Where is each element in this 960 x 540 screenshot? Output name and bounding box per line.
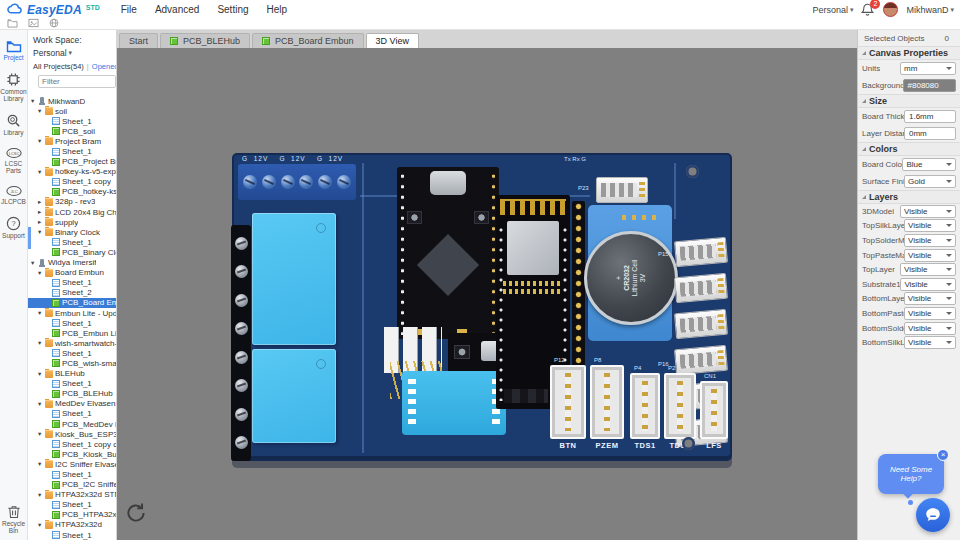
tree-expand-arrow-icon[interactable]: ▸ bbox=[38, 197, 45, 207]
tree-item[interactable]: Sheet_1 bbox=[28, 469, 116, 479]
tree-item[interactable]: ▾ HTPA32x32d bbox=[28, 520, 116, 530]
tree-expand-arrow-icon[interactable]: ▾ bbox=[38, 308, 45, 318]
tree-item[interactable]: Sheet_2 bbox=[28, 288, 116, 298]
layer-visibility-select[interactable]: Visible bbox=[900, 205, 956, 218]
user-menu[interactable]: MikhwanD▾ bbox=[906, 5, 954, 15]
tree-item[interactable]: ▸ LCD 20x4 Big Characte bbox=[28, 207, 116, 217]
tree-expand-arrow-icon[interactable]: ▾ bbox=[38, 338, 45, 348]
tree-item[interactable]: ▾ MedDev Elvasense LA - bbox=[28, 399, 116, 409]
sidebar-item-support[interactable]: ? Support bbox=[0, 216, 28, 239]
tree-item[interactable]: ▾ soil bbox=[28, 106, 116, 116]
tree-expand-arrow-icon[interactable]: ▾ bbox=[38, 167, 45, 177]
image-icon[interactable] bbox=[28, 14, 39, 32]
tree-item[interactable]: PCB_wish-smartwatch bbox=[28, 358, 116, 368]
layer-visibility-select[interactable]: Visible bbox=[904, 292, 956, 305]
tree-item[interactable]: ▸ supply bbox=[28, 217, 116, 227]
all-projects-link[interactable]: All Projects(54) bbox=[33, 62, 84, 71]
tree-expand-arrow-icon[interactable]: ▾ bbox=[38, 136, 45, 146]
tree-expand-arrow-icon[interactable]: ▸ bbox=[38, 217, 45, 227]
tree-item[interactable]: ▾ wish-smartwatch-main-r bbox=[28, 338, 116, 348]
tree-expand-arrow-icon[interactable]: ▾ bbox=[31, 258, 38, 268]
layer-distance-input[interactable]: 0mm bbox=[904, 127, 956, 140]
tree-item[interactable]: PCB_Binary Clock bbox=[28, 247, 116, 257]
tree-item[interactable]: Sheet_1 bbox=[28, 379, 116, 389]
tree-item[interactable]: PCB_Kiosk_Bus copy bbox=[28, 449, 116, 459]
section-canvas-properties[interactable]: Canvas Properties bbox=[858, 46, 960, 60]
sidebar-item-recycle-bin[interactable]: Recycle Bin bbox=[0, 504, 28, 534]
layer-visibility-select[interactable]: Visible bbox=[904, 322, 956, 335]
tree-expand-arrow-icon[interactable]: ▾ bbox=[38, 106, 45, 116]
tree-item[interactable]: PCB_Embun Lite bbox=[28, 328, 116, 338]
tree-item[interactable]: ▾ Widya Imersif bbox=[28, 258, 116, 268]
layer-visibility-select[interactable]: Visible bbox=[900, 263, 956, 276]
document-tab[interactable]: PCB_Board Embun bbox=[252, 33, 364, 48]
pcb-3d-model[interactable]: G 12V G 12V G 12V Tx Rx G bbox=[232, 153, 732, 461]
tree-item[interactable]: PCB_HTPA32x32d ST bbox=[28, 510, 116, 520]
tree-item[interactable]: PCB_Project Bram bbox=[28, 157, 116, 167]
document-tab[interactable]: 3D View bbox=[366, 33, 419, 48]
tree-item[interactable]: ▾ MikhwanD bbox=[28, 96, 116, 106]
tree-item[interactable]: Sheet_1 bbox=[28, 116, 116, 126]
layer-visibility-select[interactable]: Visible bbox=[904, 336, 956, 349]
tree-item[interactable]: Sheet_1 bbox=[28, 409, 116, 419]
tree-item[interactable]: Sheet_1 bbox=[28, 146, 116, 156]
tree-item[interactable]: Sheet_1 bbox=[28, 348, 116, 358]
tree-item[interactable]: PCB_I2C Sniffer Elvas bbox=[28, 480, 116, 490]
tree-scrollbar-thumb[interactable] bbox=[28, 227, 31, 249]
tree-item[interactable]: PCB_BLEHub bbox=[28, 389, 116, 399]
surface-finish-select[interactable]: Gold bbox=[904, 175, 956, 188]
3d-viewport[interactable]: G 12V G 12V G 12V Tx Rx G bbox=[117, 48, 857, 540]
board-thickness-input[interactable]: 1.6mm bbox=[904, 110, 956, 123]
chat-button[interactable] bbox=[916, 498, 950, 532]
close-icon[interactable]: × bbox=[937, 449, 949, 461]
menu-item[interactable]: Advanced bbox=[146, 4, 208, 15]
layer-visibility-select[interactable]: Visible bbox=[904, 234, 956, 247]
tree-item[interactable]: Sheet_1 copy bbox=[28, 177, 116, 187]
tree-item[interactable]: ▾ I2C Sniffer Elvasense - bbox=[28, 459, 116, 469]
tree-item[interactable]: ▾ Embun Lite - Update SS bbox=[28, 308, 116, 318]
tree-item[interactable]: Sheet_1 bbox=[28, 530, 116, 540]
sidebar-item-common-library[interactable]: Common Library bbox=[0, 72, 28, 102]
tree-expand-arrow-icon[interactable]: ▾ bbox=[38, 520, 45, 530]
layer-visibility-select[interactable]: Visible bbox=[900, 278, 956, 291]
tree-item[interactable]: PCB_Board Embun bbox=[28, 298, 116, 308]
globe-icon[interactable] bbox=[49, 14, 59, 32]
sidebar-item-project[interactable]: Project bbox=[0, 40, 28, 61]
tree-item[interactable]: ▾ hotkey-ks-v5-export-3d bbox=[28, 167, 116, 177]
sidebar-item-lcsc-parts[interactable]: LCSC LCSC Parts bbox=[0, 147, 28, 174]
workspace-switcher[interactable]: Personal▾ bbox=[812, 5, 853, 15]
tree-expand-arrow-icon[interactable]: ▾ bbox=[38, 490, 45, 500]
section-size[interactable]: Size bbox=[858, 94, 960, 108]
tree-expand-arrow-icon[interactable]: ▾ bbox=[38, 429, 45, 439]
tree-item[interactable]: Sheet_1 copy copy bbox=[28, 439, 116, 449]
tree-expand-arrow-icon[interactable]: ▾ bbox=[38, 399, 45, 409]
tree-item[interactable]: ▸ 328p - rev3 bbox=[28, 197, 116, 207]
section-layers[interactable]: Layers bbox=[858, 190, 960, 204]
workspace-select[interactable]: Personal▾ bbox=[33, 48, 116, 58]
section-colors[interactable]: Colors bbox=[858, 142, 960, 156]
tree-item[interactable]: PCB_hotkey-ks-v5 copy bbox=[28, 187, 116, 197]
layer-visibility-select[interactable]: Visible bbox=[904, 307, 956, 320]
tree-item[interactable]: Sheet_1 bbox=[28, 500, 116, 510]
folder-icon[interactable] bbox=[7, 14, 18, 32]
layer-visibility-select[interactable]: Visible bbox=[904, 219, 956, 232]
board-color-select[interactable]: Blue bbox=[902, 158, 956, 171]
tree-expand-arrow-icon[interactable]: ▾ bbox=[38, 227, 45, 237]
tree-expand-arrow-icon[interactable]: ▾ bbox=[38, 459, 45, 469]
tree-item[interactable]: ▾ Binary Clock bbox=[28, 227, 116, 237]
notifications-button[interactable]: 2 bbox=[861, 3, 875, 17]
sidebar-item-jlcpcb[interactable]: JLC JLCPCB bbox=[0, 185, 28, 205]
document-tab[interactable]: Start bbox=[119, 33, 158, 48]
tree-expand-arrow-icon[interactable]: ▾ bbox=[31, 96, 38, 106]
tree-expand-arrow-icon[interactable]: ▾ bbox=[38, 369, 45, 379]
document-tab[interactable]: PCB_BLEHub bbox=[160, 33, 250, 48]
tree-item[interactable]: ▾ BLEHub bbox=[28, 369, 116, 379]
tree-item[interactable]: Sheet_1 bbox=[28, 278, 116, 288]
tree-item[interactable]: PCB_MedDev Elvaser bbox=[28, 419, 116, 429]
sidebar-item-library[interactable]: Library bbox=[0, 113, 28, 136]
tree-item[interactable]: ▾ Project Bram bbox=[28, 136, 116, 146]
filter-input[interactable] bbox=[38, 75, 116, 88]
opened-projects-link[interactable]: Opened Pro bbox=[92, 62, 116, 71]
tree-expand-arrow-icon[interactable]: ▾ bbox=[38, 268, 45, 278]
tree-item[interactable]: ▾ Board Embun bbox=[28, 268, 116, 278]
